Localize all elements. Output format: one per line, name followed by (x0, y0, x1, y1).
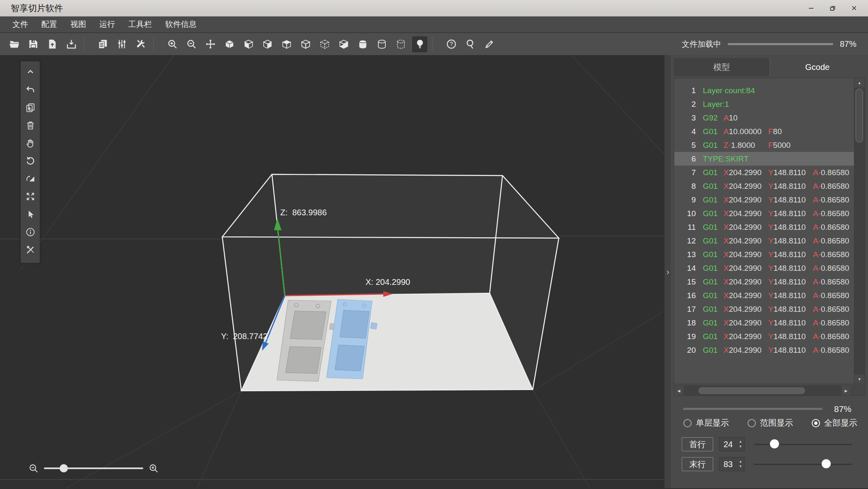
model-info-button[interactable] (21, 223, 40, 241)
edit-tools-button[interactable] (21, 241, 40, 259)
menu-item[interactable]: 软件信息 (159, 17, 203, 32)
hand-icon (25, 138, 36, 148)
undo-button[interactable] (21, 81, 40, 99)
menu-item[interactable]: 运行 (93, 17, 122, 32)
parameter-settings-button[interactable] (114, 36, 129, 52)
move-view-button[interactable] (203, 36, 218, 52)
vertical-scroll-thumb[interactable] (856, 89, 863, 142)
display-mode-radio[interactable]: 单层显示 (683, 417, 729, 429)
viewport-zoom-slider[interactable] (44, 467, 143, 469)
gcode-line[interactable]: 13G01X204.2990Y148.8110A-0.86580 (674, 248, 854, 261)
spinner-arrows-icon[interactable]: ▲▼ (739, 459, 742, 469)
gcode-vertical-scrollbar[interactable]: ▲ ▼ (854, 78, 865, 384)
menu-item[interactable]: 视图 (64, 17, 93, 32)
tab-gcode[interactable]: Gcode (770, 58, 866, 76)
gcode-line[interactable]: 8G01X204.2990Y148.8110A-0.86580 (674, 179, 854, 193)
minimize-button[interactable] (800, 0, 822, 16)
gcode-line[interactable]: 11G01X204.2990Y148.8110A-0.86580 (674, 220, 854, 234)
first-line-slider-thumb[interactable] (770, 439, 779, 448)
gcode-line[interactable]: 9G01X204.2990Y148.8110A-0.86580 (674, 193, 854, 207)
save-button[interactable] (26, 36, 41, 52)
tab-model[interactable]: 模型 (674, 58, 770, 76)
zoom-in-button[interactable] (165, 36, 180, 52)
last-line-spinner[interactable]: 83 ▲▼ (719, 457, 745, 471)
display-mode-radio[interactable]: 范围显示 (748, 417, 793, 429)
view-front-face-button[interactable] (260, 36, 275, 52)
select-button[interactable] (21, 205, 40, 223)
close-button[interactable] (843, 0, 865, 16)
menu-item[interactable]: 配置 (35, 17, 64, 32)
viewport-zoom-slider-thumb[interactable] (60, 464, 68, 472)
gcode-line[interactable]: 17G01X204.2990Y148.8110A-0.86580 (674, 302, 854, 316)
gcode-line[interactable]: 7G01X204.2990Y148.8110A-0.86580 (674, 166, 854, 179)
scroll-left-button[interactable]: ◀ (674, 386, 683, 395)
rotate-model-button[interactable] (21, 152, 40, 170)
pan-button[interactable] (21, 134, 40, 152)
cylinder-wireframe-view-button[interactable] (374, 36, 389, 52)
display-mode-radio[interactable]: 全部显示 (812, 417, 857, 429)
first-line-spinner[interactable]: 24 ▲▼ (719, 437, 745, 451)
cylinder-solid-view-button[interactable] (355, 36, 370, 52)
import-file-button[interactable] (64, 36, 79, 52)
gcode-horizontal-scrollbar[interactable]: ◀ ▶ (674, 385, 851, 396)
menu-item[interactable]: 工具栏 (122, 17, 159, 32)
gcode-line[interactable]: 18G01X204.2990Y148.8110A-0.86580 (674, 316, 854, 330)
delete-model-button[interactable] (21, 116, 40, 134)
viewport-zoom-in-icon[interactable] (148, 463, 159, 474)
viewport-3d[interactable]: Z: 863.9986 X: 204.2990 Y: 208.7742 (0, 55, 664, 488)
last-line-slider[interactable] (754, 457, 852, 471)
gcode-line[interactable]: 14G01X204.2990Y148.8110A-0.86580 (674, 261, 854, 275)
cylinder-hidden-view-button[interactable] (393, 36, 408, 52)
export-file-button[interactable] (45, 36, 60, 52)
view-left-face-button[interactable] (241, 36, 256, 52)
scroll-down-button[interactable]: ▼ (854, 375, 865, 384)
gcode-line[interactable]: 12G01X204.2990Y148.8110A-0.86580 (674, 234, 854, 248)
collapse-tools-button[interactable] (21, 63, 40, 81)
gcode-progress-percent: 87% (834, 404, 851, 414)
gcode-line[interactable]: 15G01X204.2990Y148.8110A-0.86580 (674, 275, 854, 289)
zoom-out-button[interactable] (184, 36, 199, 52)
gcode-line[interactable]: 6TYPE:SKIRT (674, 152, 854, 166)
gcode-arg: A-0.86580 (813, 250, 858, 259)
scroll-up-button[interactable]: ▲ (854, 78, 865, 87)
view-wireframe-button[interactable] (298, 36, 313, 52)
gcode-line[interactable]: 1Layer count:84 (674, 84, 854, 97)
light-toggle-button[interactable] (412, 36, 427, 52)
view-section-button[interactable] (336, 36, 351, 52)
annotate-button[interactable] (482, 36, 497, 52)
viewport-zoom-out-icon[interactable] (28, 463, 39, 474)
mirror-scale-button[interactable] (21, 170, 40, 188)
cross-tools-icon (25, 245, 36, 255)
batch-copy-button[interactable] (95, 36, 110, 52)
view-hidden-edges-button[interactable] (317, 36, 332, 52)
menu-item[interactable]: 文件 (6, 17, 35, 32)
first-line-slider[interactable] (754, 437, 852, 451)
help-button[interactable] (444, 36, 459, 52)
view-solid-button[interactable] (222, 36, 237, 52)
toolbar-separator (153, 38, 157, 51)
gcode-line[interactable]: 5G01Z-1.8000F5000 (674, 138, 854, 152)
gcode-line[interactable]: 4G01A10.00000F80 (674, 125, 854, 138)
gcode-line[interactable]: 2Layer:1 (674, 97, 854, 111)
fit-view-button[interactable] (21, 188, 40, 205)
first-line-label[interactable]: 首行 (682, 437, 713, 451)
spinner-arrows-icon[interactable]: ▲▼ (739, 439, 742, 449)
search-button[interactable] (463, 36, 478, 52)
machine-settings-button[interactable] (133, 36, 148, 52)
gcode-line[interactable]: 19G01X204.2990Y148.8110A-0.86580 (674, 330, 854, 343)
gcode-line[interactable]: 10G01X204.2990Y148.8110A-0.86580 (674, 207, 854, 220)
scroll-right-button[interactable]: ▶ (842, 386, 851, 395)
gcode-line[interactable]: 16G01X204.2990Y148.8110A-0.86580 (674, 289, 854, 302)
gcode-line[interactable]: 3G92A10 (674, 111, 854, 125)
view-top-face-button[interactable] (279, 36, 294, 52)
duplicate-model-button[interactable] (21, 99, 40, 116)
panel-collapse-handle[interactable]: › (664, 55, 671, 488)
gcode-arg: X204.2990 (724, 168, 768, 177)
last-line-label[interactable]: 末行 (682, 457, 713, 471)
gcode-line[interactable]: 20G01X204.2990Y148.8110A-0.86580 (674, 343, 854, 357)
horizontal-scroll-thumb[interactable] (698, 387, 805, 394)
open-file-button[interactable] (7, 36, 22, 52)
restore-button[interactable] (822, 0, 843, 16)
last-line-slider-thumb[interactable] (822, 459, 831, 468)
gcode-list[interactable]: 1Layer count:842Layer:13G92A104G01A10.00… (674, 78, 865, 384)
